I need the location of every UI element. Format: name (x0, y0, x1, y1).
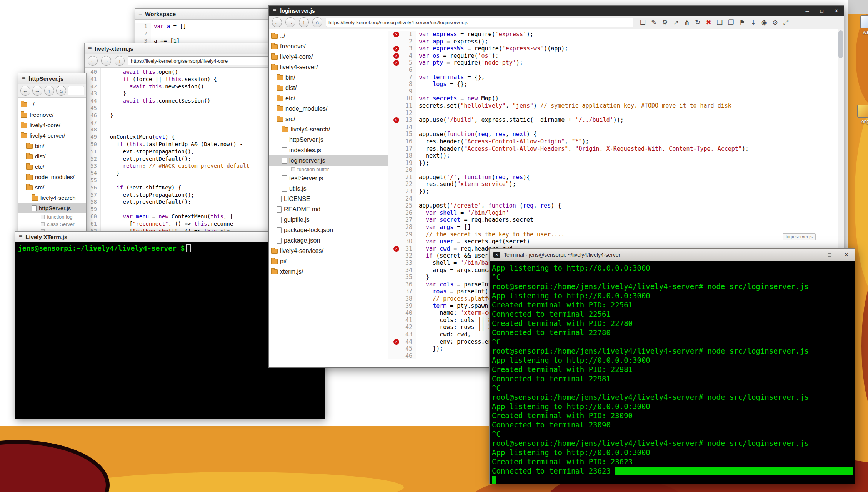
up-button[interactable]: ↑ (44, 86, 54, 96)
url-input[interactable] (128, 56, 269, 65)
up-button[interactable]: ↑ (115, 56, 125, 66)
tree-item-testServer.js[interactable]: testServer.js (269, 173, 388, 183)
tree-sub-item[interactable]: class Server (18, 221, 86, 228)
settings-gears-icon[interactable]: ⚙ (662, 19, 668, 26)
tree-sub-item[interactable]: function log (18, 213, 86, 221)
tree-item-LICENSE[interactable]: LICENSE (269, 194, 388, 204)
tree-item-lively4-core[interactable]: lively4-core/ (269, 52, 388, 62)
back-button[interactable]: ← (272, 17, 282, 27)
tree-item-README.md[interactable]: README.md (269, 204, 388, 214)
tree-item-httpServer.js[interactable]: httpServer.js (18, 203, 86, 213)
fullscreen-icon[interactable]: ⤢ (783, 19, 789, 26)
scrollbar-thumb[interactable] (838, 30, 843, 58)
close-button[interactable]: ✕ (833, 8, 840, 14)
tree-item-indexfiles.js[interactable]: indexfiles.js (269, 145, 388, 155)
tree-item-etc[interactable]: etc/ (269, 93, 388, 103)
reload-icon[interactable]: ↻ (695, 19, 700, 26)
httpserver-titlebar[interactable]: ≡ httpServer.js (18, 73, 86, 84)
back-button[interactable]: ← (88, 56, 98, 66)
tree-item-..[interactable]: ../ (269, 31, 388, 41)
tree-item-freenove[interactable]: freenove/ (18, 110, 86, 120)
maximize-button[interactable]: □ (818, 8, 825, 14)
tree-item-lively4-server[interactable]: lively4-server/ (269, 62, 388, 72)
close-button[interactable]: ✕ (842, 251, 851, 258)
tree-item-lively4-server[interactable]: lively4-server/ (18, 130, 86, 141)
menu-icon[interactable]: ≡ (138, 11, 142, 18)
terminal-line: root@sensorpi:/home/jens/lively4/lively4… (492, 439, 853, 448)
navigation-bar: ←→↑⌂ (18, 84, 86, 98)
terminal-line: Created terminal with PID: 23623 (492, 457, 853, 466)
forward-button[interactable]: → (32, 86, 42, 96)
line-number: 8 (409, 81, 412, 88)
tree-item-gulpfile.js[interactable]: gulpfile.js (269, 214, 388, 225)
tree-item-xterm.js[interactable]: xterm.js/ (269, 266, 388, 277)
tree-item-dist[interactable]: dist/ (18, 151, 86, 161)
tree-item-package-lock.json[interactable]: package-lock.json (269, 225, 388, 235)
lively-xterm-code-editor[interactable]: 40 await this.open()41 if (force || !thi… (85, 68, 272, 233)
maximize-button[interactable]: □ (825, 251, 834, 258)
lively-xterm-titlebar[interactable]: ≡ lively-xterm.js (85, 43, 272, 54)
tree-item-src[interactable]: src/ (18, 182, 86, 193)
tree-item-utils.js[interactable]: utils.js (269, 183, 388, 194)
file-icon (277, 206, 282, 213)
tree-item-..[interactable]: ../ (18, 99, 86, 110)
tree-item-freenove[interactable]: freenove/ (269, 41, 388, 52)
delete-icon[interactable]: ✖ (706, 19, 711, 26)
desktop-icon[interactable]: ong (851, 105, 868, 124)
new-file-icon[interactable]: ❏ (717, 19, 723, 26)
line-number: 26 (405, 209, 412, 217)
tree-item-nodemodules[interactable]: node_modules/ (269, 103, 388, 114)
forward-button[interactable]: → (101, 56, 111, 66)
tree-item-lively4-search[interactable]: lively4-search (18, 193, 86, 203)
cancel-icon[interactable]: ⊘ (773, 19, 778, 26)
line-number: 61 (90, 220, 97, 228)
tree-item-lively4-search[interactable]: lively4-search/ (269, 124, 388, 135)
open-external-icon[interactable]: ↗ (673, 19, 679, 26)
menu-icon[interactable]: ≡ (88, 45, 92, 52)
url-input[interactable] (68, 86, 84, 95)
tree-item-lively4-core[interactable]: lively4-core/ (18, 120, 86, 130)
tree-sub-item[interactable]: function buffer (269, 166, 388, 173)
bookmark-flag-icon[interactable]: ⚑ (739, 19, 745, 26)
code-line: 21app.get('/', function(req, res){ (388, 174, 838, 181)
tree-item-dist[interactable]: dist/ (269, 83, 388, 93)
save-icon[interactable]: ↧ (751, 19, 756, 26)
home-button[interactable]: ⌂ (312, 17, 322, 27)
back-button[interactable]: ← (20, 86, 30, 96)
eye-icon[interactable]: ◉ (761, 19, 767, 26)
tree-item-src[interactable]: src/ (269, 114, 388, 124)
tree-item-pi[interactable]: pi/ (269, 256, 388, 266)
minimize-button[interactable]: ─ (808, 251, 817, 258)
menu-icon[interactable]: ≡ (273, 7, 276, 14)
browser-titlebar[interactable]: ≡ loginserver.js ─□✕ (269, 6, 844, 16)
dependencies-graph-icon[interactable]: ⋔ (684, 19, 690, 26)
terminal-titlebar[interactable]: ✕ Terminal - jens@sensorpi: ~/lively4/li… (490, 249, 855, 261)
terminal-screen[interactable]: App listening to http://0.0.0.0:3000^Cro… (490, 261, 855, 484)
line-number: 11 (405, 102, 412, 110)
desktop-icon[interactable]: wase (855, 15, 868, 35)
forward-button[interactable]: → (285, 17, 295, 27)
tree-item-nodemodules[interactable]: node_modules/ (18, 172, 86, 182)
line-number: 51 (90, 148, 97, 155)
tree-item-httpServer.js[interactable]: httpServer.js (269, 135, 388, 145)
workspace-titlebar[interactable]: ≡ Workspace (135, 9, 273, 20)
line-number: 2 (144, 30, 147, 37)
tree-item-package.json[interactable]: package.json (269, 235, 388, 246)
tree-item-etc[interactable]: etc/ (18, 161, 86, 172)
url-input[interactable] (326, 18, 633, 27)
home-button[interactable]: ⌂ (56, 86, 66, 96)
file-icon (32, 205, 37, 211)
tree-item-loginserver.js[interactable]: loginserver.js (269, 155, 388, 166)
minimize-button[interactable]: ─ (804, 8, 811, 14)
menu-icon[interactable]: ≡ (19, 233, 22, 240)
tree-item-bin[interactable]: bin/ (269, 72, 388, 83)
folder-icon[interactable]: ❐ (728, 19, 734, 26)
error-marker-icon: × (393, 46, 399, 52)
up-button[interactable]: ↑ (299, 17, 309, 27)
line-number: 20 (405, 166, 412, 174)
select-checkbox[interactable]: ☐ (640, 19, 646, 26)
tree-item-lively4-services[interactable]: lively4-services/ (269, 246, 388, 256)
brush-icon[interactable]: ✎ (651, 19, 656, 26)
tree-item-bin[interactable]: bin/ (18, 141, 86, 151)
menu-icon[interactable]: ≡ (22, 75, 25, 82)
